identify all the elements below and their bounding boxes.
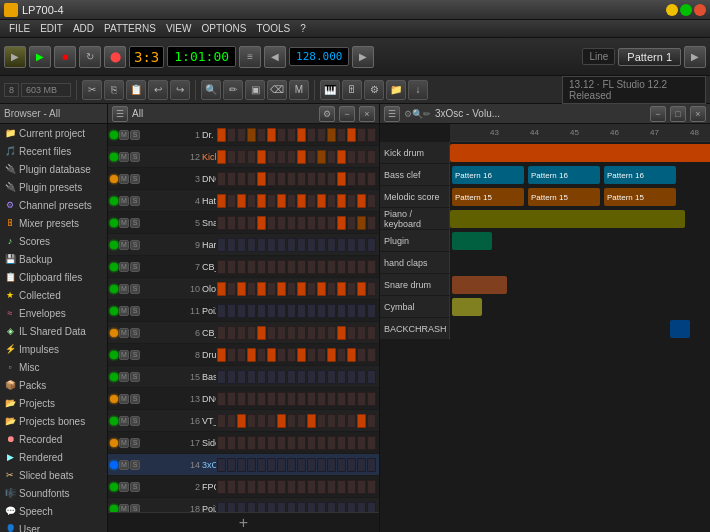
beat-btn[interactable] — [357, 370, 366, 384]
sidebar-item-current-project[interactable]: 📁 Current project — [0, 124, 107, 142]
beat-btn[interactable] — [237, 216, 246, 230]
channel-name[interactable]: FPC_C_..007 — [200, 482, 216, 492]
channel-led[interactable] — [110, 329, 118, 337]
beat-btn[interactable] — [367, 502, 376, 513]
beat-btn[interactable] — [357, 282, 366, 296]
beat-btn[interactable] — [257, 282, 266, 296]
beat-btn[interactable] — [237, 370, 246, 384]
beat-btn[interactable] — [357, 172, 366, 186]
beat-btn[interactable] — [367, 414, 376, 428]
beat-btn[interactable] — [257, 216, 266, 230]
track-area-plugin[interactable] — [450, 230, 710, 252]
channel-solo-btn[interactable]: S — [130, 240, 140, 250]
beat-btn[interactable] — [277, 502, 286, 513]
channel-name[interactable]: Dr. Drum 1 — [200, 130, 216, 140]
beat-btn[interactable] — [257, 172, 266, 186]
beat-btn[interactable] — [347, 216, 356, 230]
beat-btn[interactable] — [327, 304, 336, 318]
beat-btn[interactable] — [247, 238, 256, 252]
loop-button[interactable]: ↻ — [79, 46, 101, 68]
beat-btn[interactable] — [327, 172, 336, 186]
beat-btn[interactable] — [227, 458, 236, 472]
beat-btn[interactable] — [237, 436, 246, 450]
beat-btn[interactable] — [257, 392, 266, 406]
minimize-button[interactable] — [666, 4, 678, 16]
beat-btn[interactable] — [237, 480, 246, 494]
beat-btn[interactable] — [247, 304, 256, 318]
channel-led[interactable] — [110, 483, 118, 491]
beat-btn[interactable] — [277, 480, 286, 494]
beat-btn[interactable] — [337, 480, 346, 494]
snap-button[interactable]: ≡ — [239, 46, 261, 68]
beat-btn[interactable] — [267, 436, 276, 450]
sidebar-item-clipboard-files[interactable]: 📋 Clipboard files — [0, 268, 107, 286]
beat-btn[interactable] — [257, 238, 266, 252]
sidebar-item-packs[interactable]: 📦 Packs — [0, 376, 107, 394]
beat-btn[interactable] — [347, 370, 356, 384]
beat-btn[interactable] — [237, 304, 246, 318]
pattern-block-bass-1[interactable]: Pattern 16 — [452, 166, 524, 184]
playlist-close-btn[interactable]: × — [690, 106, 706, 122]
beat-btn[interactable] — [327, 392, 336, 406]
beat-btn[interactable] — [227, 194, 236, 208]
beat-btn[interactable] — [227, 392, 236, 406]
channel-mute-btn[interactable]: M — [119, 416, 129, 426]
beat-btn[interactable] — [347, 238, 356, 252]
channel-solo-btn[interactable]: S — [130, 416, 140, 426]
channel-solo-btn[interactable]: S — [130, 152, 140, 162]
beat-btn[interactable] — [247, 260, 256, 274]
beat-btn[interactable] — [277, 194, 286, 208]
beat-btn[interactable] — [227, 326, 236, 340]
beat-btn[interactable] — [277, 260, 286, 274]
channel-led[interactable] — [110, 241, 118, 249]
menu-help[interactable]: ? — [295, 23, 311, 34]
beat-btn[interactable] — [287, 436, 296, 450]
beat-btn[interactable] — [277, 282, 286, 296]
channel-name[interactable]: 3xOsc — [200, 460, 216, 470]
beat-btn[interactable] — [247, 480, 256, 494]
channel-solo-btn[interactable]: S — [130, 196, 140, 206]
beat-btn[interactable] — [327, 458, 336, 472]
beat-btn[interactable] — [277, 238, 286, 252]
channel-led[interactable] — [110, 197, 118, 205]
beat-btn[interactable] — [357, 128, 366, 142]
beat-btn[interactable] — [227, 128, 236, 142]
beat-btn[interactable] — [337, 414, 346, 428]
beat-btn[interactable] — [247, 194, 256, 208]
beat-btn[interactable] — [217, 458, 226, 472]
beat-btn[interactable] — [337, 194, 346, 208]
beat-btn[interactable] — [217, 282, 226, 296]
beat-btn[interactable] — [267, 216, 276, 230]
beat-btn[interactable] — [257, 348, 266, 362]
channel-solo-btn[interactable]: S — [130, 218, 140, 228]
channel-solo-btn[interactable]: S — [130, 262, 140, 272]
beat-btn[interactable] — [307, 150, 316, 164]
beat-btn[interactable] — [287, 282, 296, 296]
beat-btn[interactable] — [357, 260, 366, 274]
beat-btn[interactable] — [327, 238, 336, 252]
channel-led[interactable] — [110, 417, 118, 425]
menu-edit[interactable]: EDIT — [35, 23, 68, 34]
zoom-in[interactable]: 🔍 — [201, 80, 221, 100]
beat-btn[interactable] — [317, 480, 326, 494]
channel-led[interactable] — [110, 131, 118, 139]
beat-btn[interactable] — [307, 216, 316, 230]
pattern-block-kick[interactable] — [450, 144, 710, 162]
close-button[interactable] — [694, 4, 706, 16]
beat-btn[interactable] — [237, 502, 246, 513]
channel-mute-btn[interactable]: M — [119, 350, 129, 360]
beat-btn[interactable] — [297, 414, 306, 428]
beat-btn[interactable] — [367, 216, 376, 230]
beat-btn[interactable] — [247, 172, 256, 186]
beat-btn[interactable] — [287, 480, 296, 494]
pattern-block-melodic-1[interactable]: Pattern 15 — [452, 188, 524, 206]
beat-btn[interactable] — [297, 216, 306, 230]
beat-btn[interactable] — [217, 128, 226, 142]
piano-tool[interactable]: 🎹 — [320, 80, 340, 100]
channel-mute-btn[interactable]: M — [119, 460, 129, 470]
beat-btn[interactable] — [217, 304, 226, 318]
beat-btn[interactable] — [267, 238, 276, 252]
channel-solo-btn[interactable]: S — [130, 504, 140, 513]
beat-btn[interactable] — [227, 414, 236, 428]
beat-btn[interactable] — [257, 150, 266, 164]
